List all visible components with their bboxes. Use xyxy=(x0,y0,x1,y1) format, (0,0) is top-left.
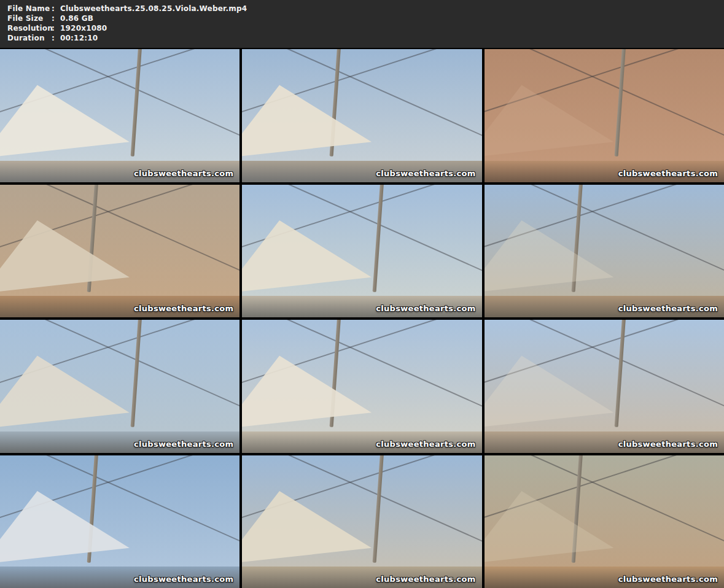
metadata-row: File Size : 0.86 GB xyxy=(7,14,724,24)
metadata-label: Resolution xyxy=(7,24,52,33)
video-thumbnail: clubsweethearts.com xyxy=(242,185,481,318)
video-thumbnail: clubsweethearts.com xyxy=(242,49,481,182)
sail-icon xyxy=(0,85,130,158)
sail-icon xyxy=(242,85,372,158)
metadata-value: 0.86 GB xyxy=(60,14,93,23)
video-thumbnail: clubsweethearts.com xyxy=(0,185,239,318)
metadata-value: 1920x1080 xyxy=(60,24,107,33)
video-thumbnail: clubsweethearts.com xyxy=(242,320,481,453)
sail-icon xyxy=(485,85,614,158)
mast-icon xyxy=(615,49,626,157)
mast-icon xyxy=(130,320,142,427)
metadata-separator: : xyxy=(52,4,60,13)
contact-sheet: File Name : Clubsweethearts.25.08.25.Vio… xyxy=(0,0,724,588)
metadata-label: Duration xyxy=(7,34,52,42)
sail-icon xyxy=(0,355,130,428)
metadata-label: File Name xyxy=(7,4,52,13)
metadata-label: File Size xyxy=(7,14,52,23)
mast-icon xyxy=(130,49,142,157)
watermark-text: clubsweethearts.com xyxy=(376,439,475,449)
watermark-text: clubsweethearts.com xyxy=(618,439,718,449)
metadata-value: 00:12:10 xyxy=(60,34,98,42)
watermark-text: clubsweethearts.com xyxy=(134,169,233,178)
metadata-separator: : xyxy=(52,14,60,23)
thumbnail-grid: clubsweethearts.com clubsweethearts.com … xyxy=(0,49,724,588)
video-thumbnail: clubsweethearts.com xyxy=(0,320,239,453)
sail-icon xyxy=(485,220,614,293)
video-thumbnail: clubsweethearts.com xyxy=(0,455,239,588)
metadata-separator: : xyxy=(52,34,60,42)
sail-icon xyxy=(242,491,372,564)
metadata-row: Duration : 00:12:10 xyxy=(7,34,724,44)
watermark-text: clubsweethearts.com xyxy=(134,574,233,584)
video-thumbnail: clubsweethearts.com xyxy=(485,185,724,318)
metadata-separator: : xyxy=(52,24,60,33)
watermark-text: clubsweethearts.com xyxy=(376,304,475,313)
video-thumbnail: clubsweethearts.com xyxy=(485,455,724,588)
sail-icon xyxy=(485,491,614,564)
watermark-text: clubsweethearts.com xyxy=(618,304,718,313)
sail-icon xyxy=(242,355,372,428)
metadata-header: File Name : Clubsweethearts.25.08.25.Vio… xyxy=(0,0,724,48)
sail-icon xyxy=(485,355,614,428)
sail-icon xyxy=(0,491,130,564)
video-thumbnail: clubsweethearts.com xyxy=(485,49,724,182)
sail-icon xyxy=(242,220,372,293)
watermark-text: clubsweethearts.com xyxy=(376,574,475,584)
video-thumbnail: clubsweethearts.com xyxy=(485,320,724,453)
metadata-row: Resolution : 1920x1080 xyxy=(7,24,724,34)
metadata-row: File Name : Clubsweethearts.25.08.25.Vio… xyxy=(7,4,724,14)
mast-icon xyxy=(372,455,384,563)
watermark-text: clubsweethearts.com xyxy=(376,169,475,178)
video-thumbnail: clubsweethearts.com xyxy=(242,455,481,588)
mast-icon xyxy=(372,185,384,292)
sail-icon xyxy=(0,220,130,293)
watermark-text: clubsweethearts.com xyxy=(134,439,233,449)
mast-icon xyxy=(615,320,626,427)
video-thumbnail: clubsweethearts.com xyxy=(0,49,239,182)
watermark-text: clubsweethearts.com xyxy=(134,304,233,313)
watermark-text: clubsweethearts.com xyxy=(618,169,718,178)
metadata-value: Clubsweethearts.25.08.25.Viola.Weber.mp4 xyxy=(60,4,247,13)
watermark-text: clubsweethearts.com xyxy=(618,574,718,584)
